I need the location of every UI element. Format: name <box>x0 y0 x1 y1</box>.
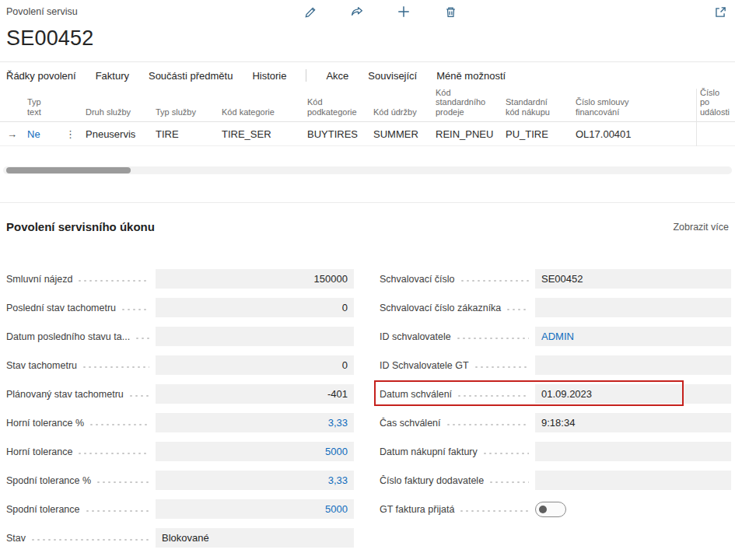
dot-leader <box>482 452 529 455</box>
cell-kod-standardniho-prodeje[interactable]: REIN_PNEU <box>432 128 502 140</box>
page-title: SE00452 <box>6 26 729 51</box>
gt-faktura-toggle[interactable] <box>535 502 566 517</box>
field-row-datum-posledniho-stavu: Datum posledního stavu ta... <box>6 322 356 351</box>
field-label: Poslední stav tachometru <box>6 303 116 313</box>
menu-souvisejici[interactable]: Související <box>368 70 417 82</box>
top-bar: Povolení servisu <box>0 0 735 23</box>
show-more-link[interactable]: Zobrazit více <box>673 222 729 233</box>
field-label: Schvalovací číslo <box>380 274 455 285</box>
field-label: Schvalovací číslo zákazníka <box>380 303 501 313</box>
dot-leader <box>488 481 529 484</box>
field-label: Datum nákupní faktury <box>380 446 478 457</box>
menu-mene-moznosti[interactable]: Méně možností <box>436 70 506 82</box>
field-posledni-stav-tachometru[interactable]: 0 <box>156 298 354 317</box>
field-label: GT faktura přijatá <box>380 504 454 515</box>
action-menu: Řádky povolení Faktury Součásti předmětu… <box>0 62 735 89</box>
field-stav[interactable]: Blokované <box>156 528 354 548</box>
grid-header-kod-podkategorie[interactable]: Kód podkategorie <box>303 97 369 121</box>
field-label: Horní tolerance % <box>6 418 84 429</box>
service-permission-page: Povolení servisu <box>0 0 735 560</box>
dot-leader <box>96 481 149 484</box>
dot-leader <box>506 308 529 311</box>
field-datum-nakupni-faktury[interactable] <box>535 442 731 461</box>
grid-header-kod-udrzby[interactable]: Kód údržby <box>369 107 432 122</box>
field-id-schvalovatele[interactable]: ADMIN <box>535 327 731 346</box>
share-icon[interactable] <box>348 3 366 20</box>
field-cislo-faktury-dodavatele[interactable] <box>535 471 731 490</box>
cell-typ-sluzby[interactable]: TIRE <box>152 128 218 140</box>
cell-standardni-kod-nakupu[interactable]: PU_TIRE <box>502 128 572 140</box>
field-label: Horní tolerance <box>6 446 72 457</box>
field-label: Čas schválení <box>380 418 441 429</box>
field-planovany-stav-tachometru[interactable]: -401 <box>156 384 354 404</box>
field-label: Stav <box>6 533 26 544</box>
field-row-datum-nakupni-faktury: Datum nákupní faktury <box>380 437 731 466</box>
field-stav-tachometru[interactable]: 0 <box>156 355 354 375</box>
horizontal-scrollbar-thumb[interactable] <box>6 167 131 173</box>
field-spodni-tolerance-pct[interactable]: 3,33 <box>156 471 354 490</box>
menu-soucasti-predmetu[interactable]: Součásti předmětu <box>149 70 233 82</box>
grid-header-typ-text[interactable]: Typ text <box>23 97 82 121</box>
field-row-spodni-tolerance-pct: Spodní tolerance % 3,33 <box>6 466 356 495</box>
grid-header-cislo-po-udalosti[interactable]: Číslo po události <box>696 88 735 122</box>
grid-header-cislo-smlouvy-financovani[interactable]: Číslo smlouvy financování <box>572 97 696 121</box>
grid-header-kod-standardniho-prodeje[interactable]: Kód standardního prodeje <box>432 88 502 122</box>
field-cas-schvaleni[interactable]: 9:18:34 <box>535 413 731 432</box>
title-area: SE00452 <box>0 23 735 62</box>
grid-header-pointer-col <box>0 117 23 121</box>
delete-icon[interactable] <box>442 3 459 20</box>
menu-radky-povoleni[interactable]: Řádky povolení <box>6 70 76 82</box>
field-row-stav-tachometru: Stav tachometru 0 <box>6 351 356 380</box>
edit-icon[interactable] <box>302 3 319 20</box>
dot-leader <box>89 423 149 426</box>
field-row-cislo-faktury-dodavatele: Číslo faktury dodavatele <box>380 466 731 495</box>
permission-lines-grid: Typ text Druh služby Typ služby Kód kate… <box>0 89 735 146</box>
grid-header-typ-sluzby[interactable]: Typ služby <box>152 107 218 122</box>
cell-kod-udrzby[interactable]: SUMMER <box>369 128 432 140</box>
dot-leader <box>85 509 149 513</box>
field-row-spodni-tolerance: Spodní tolerance 5000 <box>6 495 356 523</box>
cell-kod-podkategorie[interactable]: BUYTIRES <box>303 128 369 140</box>
dot-leader <box>474 366 529 369</box>
field-row-datum-schvaleni: Datum schválení 01.09.2023 <box>380 380 731 408</box>
field-id-schvalovatele-gt[interactable] <box>535 355 731 375</box>
add-icon[interactable] <box>395 3 412 20</box>
field-row-gt-faktura-prijata: GT faktura přijatá <box>380 495 731 523</box>
dot-leader <box>121 308 149 311</box>
toggle-knob <box>539 506 547 513</box>
cell-kod-kategorie[interactable]: TIRE_SER <box>218 128 303 140</box>
cell-cislo-smlouvy-financovani[interactable]: OL17.00401 <box>572 128 696 140</box>
cell-typ-text-value[interactable]: Ne <box>27 128 40 140</box>
menu-faktury[interactable]: Faktury <box>96 70 129 82</box>
field-horni-tolerance[interactable]: 5000 <box>156 442 354 461</box>
menu-historie[interactable]: Historie <box>252 70 286 82</box>
field-label: ID schvalovatele <box>380 331 451 342</box>
table-row: → Ne ⋮ Pneuservis TIRE TIRE_SER BUYTIRES… <box>0 122 735 146</box>
cell-druh-sluzby[interactable]: Pneuservis <box>82 128 152 140</box>
field-datum-posledniho-stavu[interactable] <box>156 327 354 346</box>
section-title[interactable]: Povolení servisního úkonu <box>6 220 155 233</box>
field-schvalovaci-cislo-zakaznika[interactable] <box>535 298 731 317</box>
grid-header-kod-kategorie[interactable]: Kód kategorie <box>218 107 303 122</box>
field-schvalovaci-cislo[interactable]: SE00452 <box>535 269 731 289</box>
field-spodni-tolerance[interactable]: 5000 <box>156 499 354 519</box>
cell-typ-text[interactable]: Ne ⋮ <box>23 128 82 140</box>
field-row-cas-schvaleni: Čas schválení 9:18:34 <box>380 408 731 437</box>
field-label: Plánovaný stav tachometru <box>6 389 124 400</box>
toolbar <box>302 3 459 20</box>
open-in-window-icon[interactable] <box>712 4 729 21</box>
grid-header-standardni-kod-nakupu[interactable]: Standardní kód nákupu <box>502 97 572 121</box>
horizontal-scrollbar[interactable] <box>3 166 732 174</box>
field-row-stav: Stav Blokované <box>6 523 356 552</box>
field-horni-tolerance-pct[interactable]: 3,33 <box>156 413 354 432</box>
field-row-schvalovaci-cislo: Schvalovací číslo SE00452 <box>380 264 731 293</box>
row-options-icon[interactable]: ⋮ <box>65 129 75 139</box>
field-datum-schvaleni[interactable]: 01.09.2023 <box>535 384 731 404</box>
grid-header-druh-sluzby[interactable]: Druh služby <box>82 107 152 122</box>
field-smluvni-najezd[interactable]: 150000 <box>156 269 354 289</box>
field-row-schvalovaci-cislo-zakaznika: Schvalovací číslo zákazníka <box>380 293 731 322</box>
dot-leader <box>460 279 529 282</box>
menu-separator <box>306 69 306 82</box>
dot-leader <box>459 509 529 513</box>
menu-akce[interactable]: Akce <box>326 70 348 82</box>
